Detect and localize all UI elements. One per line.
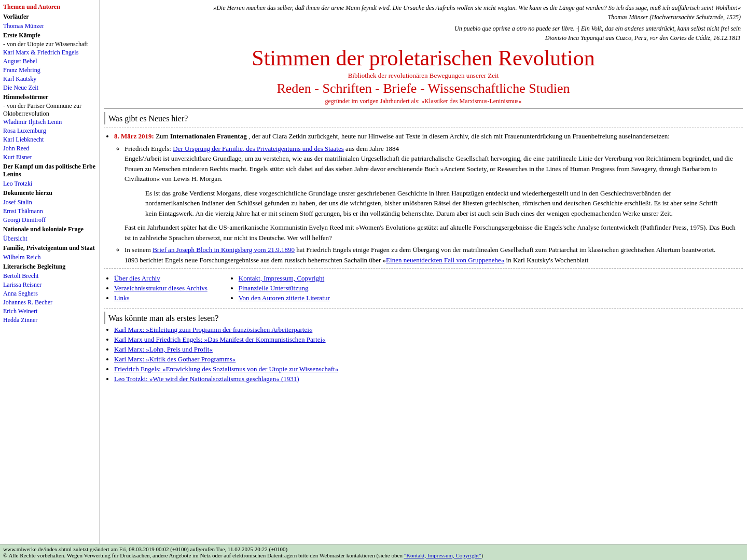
sidebar-item-thomas-muenzer[interactable]: Thomas Münzer xyxy=(1,22,98,31)
news-date: 8. März 2019: xyxy=(114,132,154,140)
sidebar-item-bertolt-brecht[interactable]: Bertolt Brecht xyxy=(1,272,98,281)
footer-copyright-text: © Alle Rechte vorbehalten. Wegen Verwert… xyxy=(3,552,404,558)
sidebar-nationale: Nationale und koloniale Frage xyxy=(1,225,98,234)
divider-3 xyxy=(104,268,743,269)
sidebar-item-kurt-eisner[interactable]: Kurt Eisner xyxy=(1,153,98,162)
engels-link[interactable]: Der Ursprung der Familie, des Privateige… xyxy=(173,145,344,152)
sidebar-erste-kaempfe-sub: - von der Utopie zur Wissenschaft xyxy=(1,40,98,48)
news-section-title: Was gibt es Neues hier? xyxy=(104,112,743,124)
links-left: Über dies Archiv Verzeichnisstruktur die… xyxy=(114,273,208,304)
sidebar-item-august-bebel[interactable]: August Bebel xyxy=(1,57,98,66)
reading-item-2[interactable]: Karl Marx und Friedrich Engels: »Das Man… xyxy=(114,335,326,343)
link-ueber-archiv[interactable]: Über dies Archiv xyxy=(114,274,160,282)
quote-muenzer-text: »Die Herren machen das selber, daß ihnen… xyxy=(213,4,741,11)
bloch-prefix: In seinem xyxy=(125,246,153,254)
sidebar-item-uebersicht[interactable]: Übersicht xyxy=(1,234,98,243)
divider-4 xyxy=(104,308,743,309)
footer-line1: www.mlwerke.de/index.shtml zuletzt geänd… xyxy=(3,546,744,552)
sachelin-suffix: in Karl Kautsky's Wochenblatt xyxy=(504,256,588,264)
sidebar-item-karl-marx[interactable]: Karl Marx & Friedrich Engels xyxy=(1,48,98,57)
sidebar-erste-kaempfe: Erste Kämpfe xyxy=(1,31,98,40)
footer-kontakt-link[interactable]: "Kontakt, Impressum, Copyright" xyxy=(404,552,481,558)
sidebar-item-karl-liebknecht[interactable]: Karl Liebknecht xyxy=(1,135,98,144)
sidebar-item-john-reed[interactable]: John Reed xyxy=(1,144,98,153)
sidebar: Themen und Autoren Vorläufer Thomas Münz… xyxy=(0,0,100,544)
sidebar-item-wladimir-lenin[interactable]: Wladimir Iljitsch Lenin xyxy=(1,118,98,127)
reading-section: Was könnte man als erstes lesen? Karl Ma… xyxy=(104,312,743,383)
sachelin-link[interactable]: Einen neuentdeckten Fall von Gruppenehe« xyxy=(386,256,504,264)
sidebar-literarische: Literarische Begleitung xyxy=(1,262,98,272)
reading-item-5[interactable]: Friedrich Engels: »Entwicklung des Sozia… xyxy=(114,365,338,373)
reading-title: Was könnte man als erstes lesen? xyxy=(104,312,743,324)
sidebar-item-erich-weinert[interactable]: Erich Weinert xyxy=(1,307,98,316)
sidebar-item-georgi-dimitroff[interactable]: Georgi Dimitroff xyxy=(1,216,98,225)
sidebar-kampf-erbe: Der Kampf um das politische Erbe Lenins xyxy=(1,162,98,179)
engels-suffix: aus dem Jahre 1884 xyxy=(344,145,399,152)
news-intro-bold: Internationalen Frauentag xyxy=(170,132,247,140)
sidebar-dokumente: Dokumente hierzu xyxy=(1,188,98,198)
sachelin-text: 1893 berichtet Engels neue Forschungserg… xyxy=(125,256,386,264)
site-title: Stimmen der proletarischen Revolution xyxy=(104,46,743,71)
subtitle-library: Bibliothek der revolutionären Bewegungen… xyxy=(104,72,743,80)
sidebar-himmelsstuemer: Himmelsstürmer xyxy=(1,92,98,102)
link-links[interactable]: Links xyxy=(114,294,130,302)
bloch-suffix: hat Friedrich Engels einige Fragen zu de… xyxy=(295,246,715,254)
footer-line2-end: ) xyxy=(481,552,483,558)
link-finanzielle[interactable]: Finanzielle Unterstützung xyxy=(239,284,309,292)
sidebar-item-leo-trotzki[interactable]: Leo Trotzki xyxy=(1,179,98,188)
reading-list: Karl Marx: »Einleitung zum Programm der … xyxy=(114,326,743,383)
reading-item-1[interactable]: Karl Marx: »Einleitung zum Programm der … xyxy=(114,326,312,333)
bloch-link[interactable]: Brief an Joseph Bloch in Königsberg vom … xyxy=(153,246,295,254)
sidebar-item-ernst-thaelmann[interactable]: Ernst Thälmann xyxy=(1,207,98,216)
divider-2 xyxy=(104,128,743,128)
news-content: 8. März 2019: Zum Internationalen Frauen… xyxy=(104,131,743,265)
subtitle-reden: Reden - Schriften - Briefe - Wissenschaf… xyxy=(104,81,743,96)
reading-item-4[interactable]: Karl Marx: »Kritik des Gothaer Programms… xyxy=(114,355,236,363)
sidebar-item-johannes-becher[interactable]: Johannes R. Becher xyxy=(1,298,98,307)
subtitle-founded: gegründet im vorigen Jahrhundert als: »K… xyxy=(104,97,743,105)
links-right: Kontakt, Impressum, Copyright Finanziell… xyxy=(239,273,330,304)
sidebar-item-rosa-luxemburg[interactable]: Rosa Luxemburg xyxy=(1,127,98,135)
engels-prefix: Friedrich Engels: xyxy=(125,145,173,152)
reading-item-6[interactable]: Leo Trotzki: »Wie wird der Nationalsozia… xyxy=(114,375,299,383)
engels-body: Engels'Arbeit ist unverzichtbare Grundla… xyxy=(125,155,733,183)
sidebar-item-larissa-reisner[interactable]: Larissa Reisner xyxy=(1,281,98,289)
sidebar-item-josef-stalin[interactable]: Josef Stalin xyxy=(1,198,98,207)
sidebar-item-die-neue-zeit[interactable]: Die Neue Zeit xyxy=(1,83,98,92)
sidebar-himmelsstuemer-sub: - von der Pariser Commune zur Oktoberrev… xyxy=(1,102,98,118)
sidebar-item-anna-seghers[interactable]: Anna Seghers xyxy=(1,289,98,298)
quote-muenzer: »Die Herren machen das selber, daß ihnen… xyxy=(104,2,743,23)
quote-inca: Un pueblo que oprime a otro no puede ser… xyxy=(104,23,743,44)
quote-muenzer-attr: Thomas Münzer (Hochverursachte Schutzred… xyxy=(607,13,741,21)
sidebar-familie: Familie, Privateigentum und Staat xyxy=(1,243,98,253)
footer-line2: © Alle Rechte vorbehalten. Wegen Verwert… xyxy=(3,552,744,558)
links-section: Über dies Archiv Verzeichnisstruktur die… xyxy=(104,273,743,304)
sidebar-item-hedda-zinner[interactable]: Hedda Zinner xyxy=(1,316,98,325)
sidebar-section-header: Themen und Autoren xyxy=(1,2,98,12)
link-verzeichnis[interactable]: Verzeichnisstruktur dieses Archivs xyxy=(114,284,208,292)
quote-inca-text: Un pueblo que oprime a otro no puede ser… xyxy=(454,25,741,32)
link-literatur[interactable]: Von den Autoren zitierte Literatur xyxy=(239,294,330,302)
news-intro-rest: , der auf Clara Zetkin zurückgeht, heute… xyxy=(248,132,670,140)
link-kontakt[interactable]: Kontakt, Impressum, Copyright xyxy=(239,274,324,282)
sidebar-vorlaeufer: Vorläufer xyxy=(1,12,98,22)
footer: www.mlwerke.de/index.shtml zuletzt geänd… xyxy=(0,544,747,560)
news-intro: Zum xyxy=(156,132,170,140)
evelyn-text: Fast ein Jahrhundert später hat die US-a… xyxy=(125,223,736,242)
sidebar-item-franz-mehring[interactable]: Franz Mehring xyxy=(1,66,98,75)
main-content: »Die Herren machen das selber, daß ihnen… xyxy=(100,0,747,544)
blockquote-morgan: Es ist das große Verdienst Morgans, dies… xyxy=(145,188,722,219)
divider-1 xyxy=(104,108,743,109)
sidebar-item-karl-kautsky[interactable]: Karl Kautsky xyxy=(1,75,98,83)
sidebar-item-wilhelm-reich[interactable]: Wilhelm Reich xyxy=(1,253,98,262)
reading-item-3[interactable]: Karl Marx: »Lohn, Preis und Profit« xyxy=(114,345,213,353)
quote-inca-attr: Dionisio Inca Yupanqui aus Cuzco, Peru, … xyxy=(545,34,741,41)
